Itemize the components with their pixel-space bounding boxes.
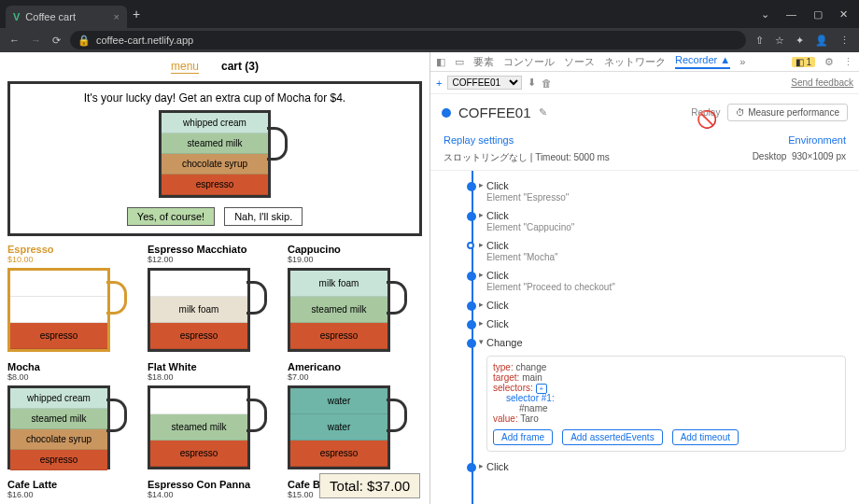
timeline-step[interactable]: ▸ Click <box>468 315 859 333</box>
tab-sources[interactable]: ソース <box>564 55 595 69</box>
product-mug: milk foamespresso <box>148 268 250 352</box>
extensions-icon[interactable]: ✦ <box>796 35 804 47</box>
vue-favicon-icon: V <box>13 11 20 22</box>
expand-arrow-icon[interactable]: ▸ <box>479 210 484 219</box>
step-label: Click <box>486 300 850 311</box>
add-frame-button[interactable]: Add frame <box>493 429 553 445</box>
devtools-tabs: ◧ ▭ 要素 コンソール ソース ネットワーク Recorder ▲ » ◧ 1… <box>430 52 859 72</box>
layer <box>10 271 107 297</box>
timeline-step[interactable]: ▸ Click <box>468 296 859 315</box>
promo-yes-button[interactable]: Yes, of course! <box>127 207 215 226</box>
recording-select[interactable]: COFFEE01 <box>447 76 522 90</box>
measure-performance-button[interactable]: ⏱ Measure performance <box>727 104 848 121</box>
timeline-step[interactable]: ▸ Click Element "Proceed to checkout" <box>468 266 859 296</box>
product-flat-white[interactable]: Flat White $18.00steamed milkespresso <box>148 361 278 469</box>
timeline-step[interactable]: ▾ Change <box>468 333 859 352</box>
environment-label[interactable]: Environment <box>788 134 846 146</box>
promo-no-button[interactable]: Nah, I'll skip. <box>224 207 303 226</box>
cart-total[interactable]: Total: $37.00 <box>319 473 420 498</box>
product-cappucino[interactable]: Cappucino $19.00milk foamsteamed milkesp… <box>288 244 418 352</box>
add-timeout-button[interactable]: Add timeout <box>672 429 739 445</box>
tab-console[interactable]: コンソール <box>503 55 555 69</box>
close-window-icon[interactable]: ✕ <box>839 8 848 21</box>
download-icon[interactable]: ⬇ <box>528 77 536 89</box>
timeline-step[interactable]: ▸ Click <box>468 457 859 476</box>
browser-tab[interactable]: V Coffee cart × <box>6 6 127 28</box>
tabs-overflow-icon[interactable]: » <box>739 56 745 67</box>
reload-icon[interactable]: ⟳ <box>52 35 61 47</box>
forward-icon: → <box>31 35 41 47</box>
layer: espresso <box>10 450 107 470</box>
tab-elements[interactable]: 要素 <box>473 55 494 69</box>
share-icon[interactable]: ⇧ <box>755 35 764 47</box>
close-tab-icon[interactable]: × <box>114 11 120 22</box>
add-recording-icon[interactable]: + <box>436 77 442 89</box>
step-label: Change <box>486 337 850 348</box>
layer: steamed milk <box>150 414 247 441</box>
expand-arrow-icon[interactable]: ▸ <box>479 180 484 189</box>
replay-settings-row: Replay settings Environment <box>430 131 859 149</box>
product-espresso-macchiato[interactable]: Espresso Macchiato $12.00milk foamespres… <box>148 244 278 352</box>
product-name: Cafe Latte <box>7 479 138 490</box>
step-bullet-icon <box>467 272 476 281</box>
step-bullet-icon <box>467 339 476 348</box>
star-icon[interactable]: ☆ <box>775 35 784 47</box>
settings-gear-icon[interactable]: ⚙ <box>824 56 834 68</box>
timeline-step[interactable]: ▸ Click Element "Mocha" <box>468 236 859 266</box>
menu-dots-icon[interactable]: ⋮ <box>839 35 850 47</box>
expand-arrow-icon[interactable]: ▾ <box>479 337 484 346</box>
expand-arrow-icon[interactable]: ▸ <box>479 270 484 279</box>
product-espresso[interactable]: Espresso $10.00espresso <box>7 244 138 352</box>
layer: steamed milk <box>290 297 387 323</box>
inspect-icon[interactable]: ◧ <box>436 56 445 68</box>
product-grid: Espresso $10.00espressoEspresso Macchiat… <box>0 244 430 499</box>
layer: water <box>290 388 387 414</box>
delete-icon[interactable]: 🗑 <box>542 77 552 89</box>
chevron-down-icon[interactable]: ⌄ <box>761 8 769 21</box>
timeline-step[interactable]: ▸ Click Element "Cappucino" <box>468 206 859 236</box>
product-americano[interactable]: Americano $7.00waterwaterespresso <box>288 361 418 469</box>
layer: espresso <box>10 323 107 349</box>
promo-banner: It's your lucky day! Get an extra cup of… <box>7 81 422 236</box>
url-box[interactable]: 🔒 coffee-cart.netlify.app <box>70 31 746 49</box>
expand-arrow-icon[interactable]: ▸ <box>479 461 484 470</box>
minimize-icon[interactable]: — <box>786 8 796 21</box>
send-feedback-link[interactable]: Send feedback <box>791 77 853 88</box>
product-espresso-con-panna[interactable]: Espresso Con Panna $14.00 <box>148 479 278 499</box>
expand-arrow-icon[interactable]: ▸ <box>479 318 484 328</box>
layer: water <box>290 414 387 441</box>
back-icon[interactable]: ← <box>9 35 20 47</box>
product-mug: steamed milkespresso <box>148 385 250 469</box>
product-mug: espresso <box>7 268 110 352</box>
product-mocha[interactable]: Mocha $8.00whipped creamsteamed milkchoc… <box>7 361 138 469</box>
tab-recorder[interactable]: Recorder ▲ <box>675 54 730 69</box>
expand-arrow-icon[interactable]: ▸ <box>479 240 484 249</box>
step-bullet-icon <box>467 320 476 329</box>
recorder-timeline: ▸ Click Element "Espresso" ▸ Click Eleme… <box>430 171 859 504</box>
product-price: $16.00 <box>7 490 138 499</box>
nav-menu[interactable]: menu <box>171 60 199 74</box>
site-nav: menu cart (3) <box>0 52 430 81</box>
device-icon[interactable]: ▭ <box>455 56 464 68</box>
mug-handle-icon <box>106 399 127 432</box>
add-asserted-events-button[interactable]: Add assertedEvents <box>562 429 663 445</box>
recording-header: COFFEE01 ✎ Replay🚫 ⏱ Measure performance <box>430 94 859 131</box>
warning-badge[interactable]: ◧ 1 <box>792 57 815 67</box>
browser-tabstrip: V Coffee cart × + ⌄ — ▢ ✕ <box>0 0 859 28</box>
step-bullet-icon <box>467 301 476 311</box>
devtools-menu-icon[interactable]: ⋮ <box>843 56 853 68</box>
profile-icon[interactable]: 👤 <box>815 35 828 47</box>
edit-icon[interactable]: ✎ <box>539 106 547 119</box>
url-text: coffee-cart.netlify.app <box>96 35 193 46</box>
mug-handle-icon <box>267 127 288 161</box>
tab-network[interactable]: ネットワーク <box>604 55 666 69</box>
maximize-icon[interactable]: ▢ <box>813 8 823 21</box>
expand-arrow-icon[interactable]: ▸ <box>479 300 484 309</box>
mug-handle-icon <box>246 281 267 315</box>
timeline-step[interactable]: ▸ Click Element "Espresso" <box>468 176 859 206</box>
new-tab-button[interactable]: + <box>133 7 140 21</box>
layer: espresso <box>150 441 247 467</box>
product-cafe-latte[interactable]: Cafe Latte $16.00 <box>7 479 138 499</box>
replay-settings-label[interactable]: Replay settings <box>444 134 514 146</box>
nav-cart[interactable]: cart (3) <box>221 60 259 74</box>
